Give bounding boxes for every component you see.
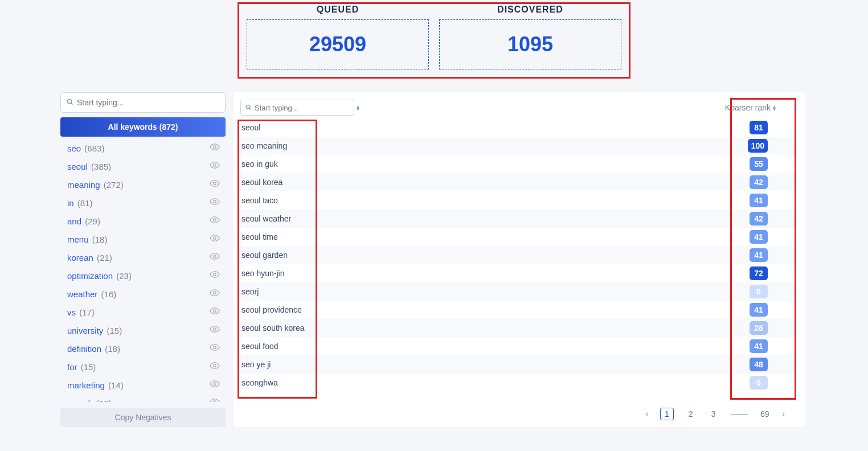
page-last[interactable]: 69 — [759, 409, 771, 419]
table-search[interactable] — [240, 100, 354, 116]
keyword-cell: seo hyun-jin — [241, 269, 285, 278]
eye-icon[interactable] — [210, 215, 220, 227]
sidebar-item[interactable]: search (19) — [60, 394, 222, 402]
table-search-input[interactable] — [255, 104, 350, 112]
sidebar-item[interactable]: university (15) — [60, 321, 222, 339]
kw-count: (272) — [104, 180, 124, 190]
eye-icon[interactable] — [210, 142, 220, 154]
sort-icon[interactable]: ▴▾ — [357, 105, 359, 110]
page-2[interactable]: 2 — [685, 409, 697, 419]
kw-count: (16) — [101, 289, 117, 299]
page-3[interactable]: 3 — [708, 409, 719, 419]
sidebar-item[interactable]: seoul (385) — [60, 157, 222, 175]
eye-icon[interactable] — [210, 233, 220, 245]
kw-word: meaning — [67, 180, 100, 190]
kw-count: (81) — [77, 198, 93, 208]
sidebar-item[interactable]: seo (683) — [60, 139, 222, 157]
table-row[interactable]: seo ye ji48 — [238, 355, 796, 374]
table-row[interactable]: seoul time41 — [238, 228, 796, 246]
stat-card-queued: QUEUED 29509 — [247, 5, 429, 69]
sort-icon[interactable]: ▴▾ — [773, 105, 776, 110]
sidebar-search[interactable] — [60, 92, 226, 113]
keyword-cell: seo in guk — [241, 159, 278, 169]
table-row[interactable]: seoul korea42 — [238, 173, 796, 191]
eye-icon[interactable] — [210, 360, 220, 373]
sidebar-item[interactable]: for (15) — [60, 358, 222, 376]
kw-word: definition — [67, 344, 101, 354]
eye-icon[interactable] — [210, 342, 220, 355]
keyword-cell: seoul — [241, 123, 260, 132]
rank-badge: 72 — [750, 266, 768, 280]
eye-icon[interactable] — [210, 397, 220, 402]
all-keywords-button[interactable]: All keywords (872) — [60, 117, 226, 137]
rank-badge: 48 — [750, 358, 768, 371]
keyword-cell: seoul food — [241, 342, 279, 351]
kw-count: (683) — [84, 144, 104, 153]
sidebar-item[interactable]: marketing (14) — [60, 376, 222, 394]
keyword-cell: seoul time — [241, 232, 278, 241]
svg-point-5 — [214, 200, 216, 203]
svg-point-6 — [214, 219, 216, 222]
eye-icon[interactable] — [210, 196, 220, 209]
stat-label: QUEUED — [247, 5, 429, 19]
kw-count: (19) — [96, 399, 112, 403]
keyword-list[interactable]: seo (683)seoul (385)meaning (272)in (81)… — [60, 139, 226, 402]
table-row[interactable]: seo in guk55 — [238, 155, 796, 173]
kw-count: (15) — [107, 326, 122, 335]
chevron-left-icon[interactable]: ‹ — [646, 409, 649, 419]
kw-word: university — [67, 326, 103, 335]
table-row[interactable]: seoul garden41 — [238, 246, 796, 264]
table-row[interactable]: seo hyun-jin72 — [238, 264, 796, 282]
svg-point-15 — [214, 383, 216, 386]
table-row[interactable]: seoul81 — [238, 118, 796, 137]
table-row[interactable]: seoul weather42 — [238, 210, 796, 228]
page-1[interactable]: 1 — [660, 408, 674, 420]
svg-point-14 — [214, 364, 216, 367]
table-row[interactable]: seonghwa0 — [238, 374, 796, 392]
sidebar-item[interactable]: optimization (23) — [60, 266, 222, 285]
sidebar-item[interactable]: vs (17) — [60, 303, 222, 321]
copy-negatives-button[interactable]: Copy Negatives — [60, 408, 226, 427]
stat-value-discovered: 1095 — [507, 32, 553, 56]
sidebar-item[interactable]: definition (18) — [60, 339, 222, 358]
kw-word: search — [67, 399, 93, 403]
svg-point-17 — [246, 105, 249, 108]
eye-icon[interactable] — [210, 379, 220, 391]
keyword-cell: seoul taco — [241, 196, 278, 205]
sidebar-search-input[interactable] — [77, 98, 219, 107]
rank-cell: 72 — [750, 266, 768, 280]
table-row[interactable]: seorj0 — [238, 282, 796, 301]
sidebar-item[interactable]: meaning (272) — [60, 175, 222, 194]
eye-icon[interactable] — [210, 251, 220, 264]
rank-header-label: Kparser rank — [725, 103, 771, 112]
rank-column-header[interactable]: Kparser rank ▴▾ — [725, 103, 776, 112]
svg-line-1 — [71, 102, 73, 104]
table-row[interactable]: seoul food41 — [238, 337, 796, 355]
eye-icon[interactable] — [210, 269, 220, 282]
sidebar-item[interactable]: weather (16) — [60, 285, 222, 303]
table-row[interactable]: seoul taco41 — [238, 191, 796, 210]
svg-point-2 — [214, 146, 216, 149]
sidebar-item[interactable]: korean (21) — [60, 248, 222, 266]
kw-word: seo — [67, 144, 81, 153]
stat-box: 1095 — [439, 19, 621, 69]
rank-badge: 41 — [750, 194, 768, 207]
eye-icon[interactable] — [210, 178, 220, 191]
keyword-cell: seonghwa — [241, 378, 278, 387]
eye-icon[interactable] — [210, 160, 220, 173]
eye-icon[interactable] — [210, 288, 220, 300]
sidebar-item[interactable]: in (81) — [60, 194, 222, 212]
rank-cell: 41 — [750, 248, 768, 262]
chevron-right-icon[interactable]: › — [782, 409, 785, 419]
sidebar-item[interactable]: menu (18) — [60, 230, 222, 248]
svg-point-16 — [214, 401, 216, 402]
eye-icon[interactable] — [210, 324, 220, 337]
sidebar-item[interactable]: and (29) — [60, 212, 222, 230]
rank-badge: 55 — [750, 157, 768, 171]
table-row[interactable]: seoul providence41 — [238, 301, 796, 319]
table-row[interactable]: seo meaning100 — [238, 137, 796, 155]
eye-icon[interactable] — [210, 306, 220, 318]
table-row[interactable]: seoul south korea28 — [238, 319, 796, 337]
kw-word: menu — [67, 235, 89, 244]
kw-word: optimization — [67, 271, 113, 281]
